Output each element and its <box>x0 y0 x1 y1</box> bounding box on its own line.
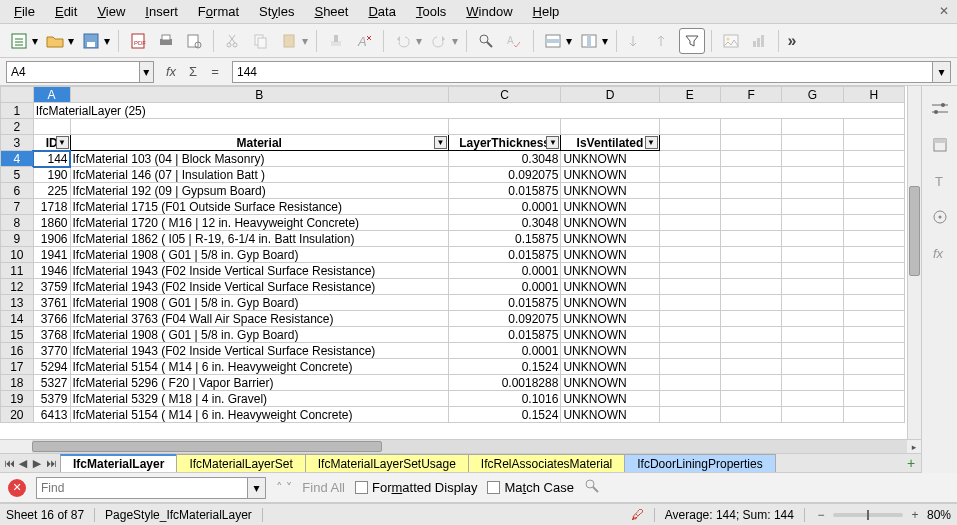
cell[interactable]: 0.0018288 <box>448 375 560 391</box>
cut-icon[interactable] <box>220 28 246 54</box>
cell[interactable]: IfcMaterial 1943 (F02 Inside Vertical Su… <box>70 263 448 279</box>
cell[interactable]: IfcMaterial 1943 (F02 Inside Vertical Su… <box>70 279 448 295</box>
menu-data[interactable]: Data <box>360 2 403 21</box>
find-dropdown-icon[interactable]: ▾ <box>248 477 266 499</box>
menu-window[interactable]: Window <box>458 2 520 21</box>
col-header-D[interactable]: D <box>561 87 659 103</box>
cell[interactable]: IfcMaterial 1720 ( M16 | 12 in. Heavywei… <box>70 215 448 231</box>
col-header-H[interactable]: H <box>843 87 904 103</box>
menu-edit[interactable]: Edit <box>47 2 85 21</box>
cell[interactable]: 5379 <box>33 391 70 407</box>
cell[interactable]: UNKNOWN <box>561 327 659 343</box>
cell[interactable]: UNKNOWN <box>561 167 659 183</box>
tab-last-icon[interactable]: ⏭ <box>44 457 58 469</box>
print-icon[interactable] <box>153 28 179 54</box>
cell[interactable]: 3766 <box>33 311 70 327</box>
cell[interactable]: IfcMaterial 146 (07 | Insulation Batt ) <box>70 167 448 183</box>
export-pdf-icon[interactable]: PDF <box>125 28 151 54</box>
cell[interactable]: 0.1524 <box>448 359 560 375</box>
cell[interactable]: IfcMaterial 5154 ( M14 | 6 in. Heavyweig… <box>70 359 448 375</box>
spellcheck-icon[interactable]: A <box>501 28 527 54</box>
menu-format[interactable]: Format <box>190 2 247 21</box>
cell[interactable]: 5294 <box>33 359 70 375</box>
cell[interactable]: 1860 <box>33 215 70 231</box>
cell[interactable]: UNKNOWN <box>561 215 659 231</box>
filter-dropdown-icon[interactable]: ▼ <box>434 136 447 149</box>
cell[interactable]: 0.092075 <box>448 311 560 327</box>
cell[interactable]: 0.015875 <box>448 247 560 263</box>
menu-styles[interactable]: Styles <box>251 2 302 21</box>
filter-dropdown-icon[interactable]: ▼ <box>645 136 658 149</box>
sort-asc-icon[interactable] <box>623 28 649 54</box>
insert-chart-icon[interactable] <box>746 28 772 54</box>
cell[interactable]: 225 <box>33 183 70 199</box>
filter-header-material[interactable]: Material▼ <box>70 135 448 151</box>
formula-input[interactable] <box>232 61 933 83</box>
tab-first-icon[interactable]: ⏮ <box>2 457 16 469</box>
cell[interactable]: 0.0001 <box>448 343 560 359</box>
cell[interactable]: IfcMaterial 103 (04 | Block Masonry) <box>70 151 448 167</box>
cell[interactable]: IfcMaterial 1715 (F01 Outside Surface Re… <box>70 199 448 215</box>
cell[interactable]: 144 <box>33 151 70 167</box>
row-header[interactable]: 17 <box>1 359 34 375</box>
zoom-out-icon[interactable]: − <box>815 508 827 522</box>
find-close-icon[interactable]: ✕ <box>8 479 26 497</box>
clear-formatting-icon[interactable]: A <box>351 28 377 54</box>
row-header[interactable]: 5 <box>1 167 34 183</box>
tab-prev-icon[interactable]: ◀ <box>16 457 30 470</box>
clone-formatting-icon[interactable] <box>323 28 349 54</box>
close-doc-icon[interactable]: ✕ <box>939 4 949 18</box>
cell[interactable]: UNKNOWN <box>561 407 659 423</box>
new-icon[interactable] <box>6 28 32 54</box>
sheet-tab[interactable]: IfcRelAssociatesMaterial <box>468 454 625 472</box>
select-all-corner[interactable] <box>1 87 34 103</box>
cell[interactable]: UNKNOWN <box>561 391 659 407</box>
sidebar-navigator-icon[interactable] <box>929 206 951 228</box>
row-header[interactable]: 1 <box>1 103 34 119</box>
cell[interactable]: UNKNOWN <box>561 151 659 167</box>
cell[interactable]: IfcMaterial 1908 ( G01 | 5/8 in. Gyp Boa… <box>70 247 448 263</box>
cell[interactable]: UNKNOWN <box>561 263 659 279</box>
sidebar-gallery-icon[interactable]: T <box>929 170 951 192</box>
cell[interactable]: 0.015875 <box>448 295 560 311</box>
status-signature-icon[interactable]: 🖊 <box>631 507 644 522</box>
cell[interactable]: 0.015875 <box>448 327 560 343</box>
cell[interactable]: UNKNOWN <box>561 183 659 199</box>
row-header[interactable]: 7 <box>1 199 34 215</box>
undo-icon[interactable] <box>390 28 416 54</box>
menu-help[interactable]: Help <box>525 2 568 21</box>
col-header-C[interactable]: C <box>448 87 560 103</box>
cell[interactable]: UNKNOWN <box>561 199 659 215</box>
filter-header-id[interactable]: ID▼ <box>33 135 70 151</box>
row-header[interactable]: 4 <box>1 151 34 167</box>
row-icon[interactable] <box>540 28 566 54</box>
cell[interactable]: UNKNOWN <box>561 231 659 247</box>
cell-reference-input[interactable] <box>6 61 140 83</box>
cell[interactable]: IfcMaterial 5296 ( F20 | Vapor Barrier) <box>70 375 448 391</box>
col-header-B[interactable]: B <box>70 87 448 103</box>
sidebar-styles-icon[interactable] <box>929 134 951 156</box>
cell[interactable]: UNKNOWN <box>561 375 659 391</box>
row-header[interactable]: 19 <box>1 391 34 407</box>
row-header[interactable]: 20 <box>1 407 34 423</box>
open-icon[interactable] <box>42 28 68 54</box>
copy-icon[interactable] <box>248 28 274 54</box>
row-header[interactable]: 8 <box>1 215 34 231</box>
col-header-A[interactable]: A <box>33 87 70 103</box>
row-header[interactable]: 16 <box>1 343 34 359</box>
column-icon[interactable] <box>576 28 602 54</box>
cell[interactable]: 1906 <box>33 231 70 247</box>
row-header[interactable]: 11 <box>1 263 34 279</box>
sum-icon[interactable]: Σ <box>184 64 202 79</box>
cell[interactable]: UNKNOWN <box>561 359 659 375</box>
zoom-in-icon[interactable]: + <box>909 508 921 522</box>
cell[interactable]: 1946 <box>33 263 70 279</box>
cell[interactable]: IfcMaterial 1908 ( G01 | 5/8 in. Gyp Boa… <box>70 327 448 343</box>
formula-expand-icon[interactable]: ▾ <box>933 61 951 83</box>
sheet-tab[interactable]: IfcMaterialLayer <box>60 454 177 472</box>
sidebar-settings-icon[interactable] <box>929 98 951 120</box>
redo-icon[interactable] <box>426 28 452 54</box>
filter-header-ventilated[interactable]: IsVentilated▼ <box>561 135 659 151</box>
cell[interactable]: 1941 <box>33 247 70 263</box>
title-cell[interactable]: IfcMaterialLayer (25) <box>33 103 904 119</box>
